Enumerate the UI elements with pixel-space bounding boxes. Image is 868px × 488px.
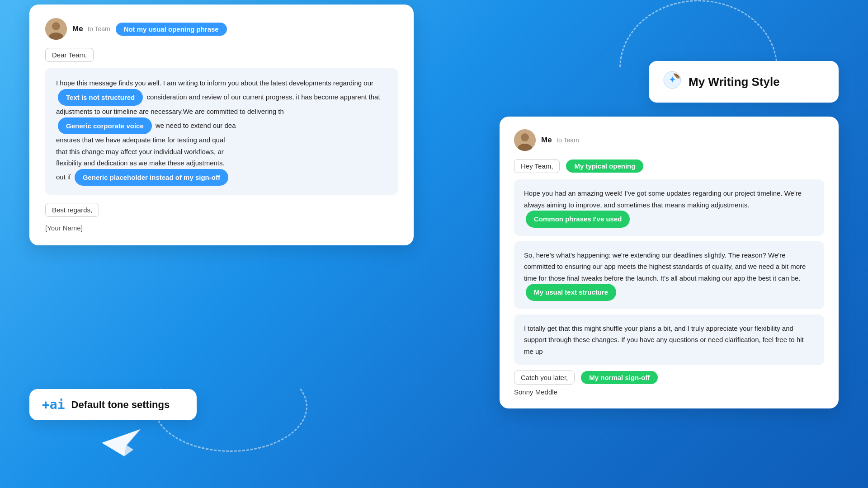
writing-style-icon: ✦ 🪶 bbox=[663, 71, 681, 93]
left-avatar bbox=[45, 18, 67, 40]
right-email-body-closing: I totally get that this might shuffle yo… bbox=[514, 314, 824, 366]
right-email-header: Me to Team bbox=[514, 129, 824, 151]
left-sign-off-box: Best regards, bbox=[45, 203, 99, 217]
badge-not-usual-opening: Not my usual opening phrase bbox=[116, 23, 227, 36]
right-body-closing: I totally get that this might shuffle yo… bbox=[524, 324, 804, 355]
left-body-text5: that this change may affect your individ… bbox=[56, 148, 224, 155]
svg-point-10 bbox=[521, 133, 529, 141]
left-greeting-box: Dear Team, bbox=[45, 48, 94, 62]
left-body-text4: ensures that we have adequate time for t… bbox=[56, 136, 225, 144]
badge-generic-corporate: Generic corporate voice bbox=[58, 117, 152, 135]
right-sender-name-sign: Sonny Meddle bbox=[514, 388, 824, 396]
right-sender-info: Me to Team bbox=[541, 136, 579, 145]
badge-common-phrases: Common phrases I've used bbox=[526, 211, 630, 228]
right-greeting-row: Hey Team, My typical opening bbox=[514, 159, 824, 173]
left-greeting-row: Dear Team, bbox=[45, 48, 398, 62]
badge-normal-signoff: My normal sign-off bbox=[581, 371, 658, 384]
left-email-card: Me to Team Not my usual opening phrase D… bbox=[29, 5, 414, 245]
left-sender-name: Me bbox=[72, 24, 83, 33]
svg-text:🪶: 🪶 bbox=[673, 73, 681, 81]
left-email-body: I hope this message finds you well. I am… bbox=[45, 68, 398, 195]
badge-generic-signoff: Generic placeholder instead of my sign-o… bbox=[75, 169, 228, 186]
badge-usual-structure: My usual text structure bbox=[526, 284, 616, 301]
left-body-text3: we need to extend our dea bbox=[156, 121, 236, 129]
left-body-text1: I hope this message finds you well. I am… bbox=[56, 79, 373, 87]
right-greeting-box: Hey Team, bbox=[514, 159, 560, 173]
right-sender-to: to Team bbox=[557, 136, 579, 144]
tone-label: Default tone settings bbox=[71, 399, 170, 411]
left-sign-off-row: Best regards, [Your Name] bbox=[45, 203, 398, 232]
tone-settings-card[interactable]: +ai Default tone settings bbox=[29, 389, 197, 420]
right-sign-off-row: Catch you later, My normal sign-off bbox=[514, 371, 824, 385]
right-avatar bbox=[514, 129, 536, 151]
badge-my-typical-opening: My typical opening bbox=[566, 160, 643, 173]
right-email-card: Me to Team Hey Team, My typical opening … bbox=[500, 117, 839, 408]
svg-point-4 bbox=[52, 22, 60, 30]
left-name-placeholder: [Your Name] bbox=[45, 224, 398, 232]
left-sender-info: Me to Team bbox=[72, 24, 110, 33]
left-email-header: Me to Team Not my usual opening phrase bbox=[45, 18, 398, 40]
svg-marker-0 bbox=[102, 429, 140, 456]
right-sender-name: Me bbox=[541, 136, 552, 144]
right-email-body-intro: Hope you had an amazing week! I've got s… bbox=[514, 179, 824, 236]
right-email-body-main: So, here's what's happening: we're exten… bbox=[514, 241, 824, 309]
tone-icon: +ai bbox=[42, 397, 65, 412]
writing-style-label: My Writing Style bbox=[689, 75, 780, 89]
badge-text-not-structured: Text is not structured bbox=[58, 89, 143, 106]
right-sign-off-box: Catch you later, bbox=[514, 371, 575, 385]
left-body-text6: flexibility and dedication as we make th… bbox=[56, 159, 225, 167]
left-sender-to: to Team bbox=[88, 25, 110, 33]
right-body-main: So, here's what's happening: we're exten… bbox=[524, 251, 806, 282]
right-body-intro: Hope you had an amazing week! I've got s… bbox=[524, 189, 802, 209]
writing-style-card[interactable]: ✦ 🪶 My Writing Style bbox=[649, 61, 839, 103]
left-body-text7: out if bbox=[56, 173, 71, 180]
